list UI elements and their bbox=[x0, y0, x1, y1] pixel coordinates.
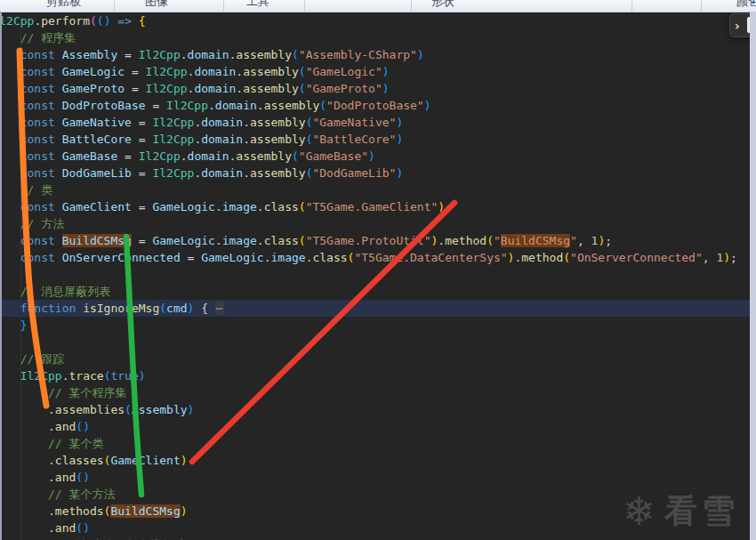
code-line[interactable]: const DodGameLib = Il2Cpp.domain.assembl… bbox=[0, 165, 750, 181]
fold-ellipsis-icon[interactable]: ⋯ bbox=[215, 302, 224, 315]
code-line[interactable]: } bbox=[0, 317, 750, 334]
code-line[interactable]: Il2Cpp.perform(() => { bbox=[0, 12, 750, 29]
kanxue-watermark: ❄ 看雪 bbox=[623, 489, 739, 534]
watermark-text: 看雪 bbox=[664, 489, 739, 534]
code-line[interactable]: // 方法 bbox=[0, 215, 750, 232]
code-lines[interactable]: Il2Cpp.perform(() => {// 程序集const Assemb… bbox=[0, 12, 750, 540]
highlighted-token: BuildCSMsg bbox=[501, 234, 570, 247]
code-line[interactable]: Il2Cpp.trace(true) bbox=[0, 367, 750, 384]
code-line[interactable]: const BuildCSMsg = GameLogic.image.class… bbox=[0, 232, 750, 249]
code-line[interactable]: const GameBase = Il2Cpp.domain.assembly(… bbox=[0, 148, 750, 165]
code-line[interactable] bbox=[0, 266, 750, 283]
chevron-right-icon[interactable]: › bbox=[730, 19, 740, 33]
canvas-left-edge bbox=[0, 12, 2, 540]
code-line[interactable]: // 某个程序集 bbox=[0, 384, 750, 401]
code-line[interactable]: // 跟踪 bbox=[0, 351, 750, 367]
code-line[interactable] bbox=[0, 334, 750, 351]
ribbon-group-label: 图像 bbox=[145, 0, 168, 10]
code-editor[interactable]: Il2Cpp.perform(() => {// 程序集const Assemb… bbox=[0, 12, 750, 540]
snowflake-icon: ❄ bbox=[623, 490, 655, 533]
ribbon-group-label: 工具 bbox=[246, 0, 269, 10]
highlighted-token: BuildCSMsg bbox=[110, 504, 180, 518]
ribbon-separator bbox=[223, 0, 224, 12]
code-line[interactable]: const GameClient = GameLogic.image.class… bbox=[0, 198, 750, 215]
highlighted-token: BuildCSMsg bbox=[62, 234, 132, 247]
ribbon-separator bbox=[304, 0, 305, 12]
code-line[interactable]: const GameProto = Il2Cpp.domain.assembly… bbox=[0, 80, 750, 97]
editor-toolbar: › bbox=[729, 13, 750, 37]
ribbon-separator bbox=[701, 0, 702, 12]
code-line[interactable]: const BattleCore = Il2Cpp.domain.assembl… bbox=[0, 131, 750, 148]
ribbon-corner-icon: ✦ bbox=[750, 0, 756, 7]
code-line[interactable]: .assemblies(Assembly) bbox=[0, 401, 750, 418]
code-line[interactable]: // 类 bbox=[0, 181, 750, 198]
code-line[interactable]: // 某个类 bbox=[0, 435, 750, 452]
code-line[interactable]: .and() bbox=[0, 418, 750, 435]
ribbon-separator bbox=[114, 0, 115, 12]
code-line[interactable]: // 程序集 bbox=[0, 29, 750, 46]
code-line[interactable]: .and() bbox=[0, 469, 750, 486]
screenshot-canvas: 剪贴板图像工具形状颜色✦ Il2Cpp.perform(() => {// 程序… bbox=[0, 0, 756, 540]
code-line[interactable]: const DodProtoBase = Il2Cpp.domain.assem… bbox=[0, 97, 750, 114]
ribbon-group-label: 形状 bbox=[431, 0, 454, 10]
ribbon-separator bbox=[631, 0, 632, 12]
code-line[interactable]: .classes(GameClient) bbox=[0, 452, 750, 469]
code-line[interactable]: const Assembly = Il2Cpp.domain.assembly(… bbox=[0, 46, 750, 63]
code-line[interactable]: const OnServerConnected = GameLogic.imag… bbox=[0, 249, 750, 266]
canvas-right-edge bbox=[750, 12, 756, 540]
ribbon-separator bbox=[411, 0, 412, 12]
code-line[interactable]: // 消息屏蔽列表 bbox=[0, 283, 750, 300]
paint-ribbon: 剪贴板图像工具形状颜色✦ bbox=[0, 0, 756, 12]
code-line[interactable]: // 附加上去，打印执行过程 bbox=[0, 536, 750, 540]
code-line[interactable]: const GameLogic = Il2Cpp.domain.assembly… bbox=[0, 63, 750, 80]
code-line[interactable]: function isIgnoreMsg(cmd) { ⋯ bbox=[0, 300, 750, 317]
ribbon-group-label: 剪贴板 bbox=[46, 0, 81, 10]
code-line[interactable]: const GameNative = Il2Cpp.domain.assembl… bbox=[0, 114, 750, 131]
